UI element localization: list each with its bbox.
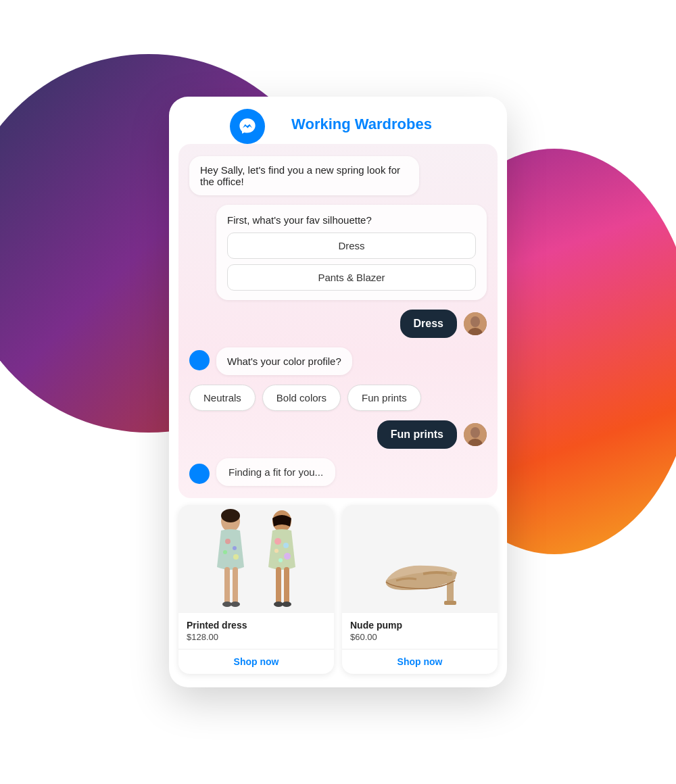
silhouette-question: First, what's your fav silhouette? — [227, 214, 476, 226]
user-avatar — [464, 312, 487, 335]
pill-bold-colors[interactable]: Bold colors — [262, 385, 341, 411]
svg-point-11 — [233, 554, 239, 560]
chat-area: Hey Sally, let's find you a new spring l… — [178, 144, 498, 498]
svg-point-4 — [470, 427, 480, 438]
svg-point-7 — [221, 509, 240, 522]
product-info-pump: Nude pump $60.00 — [342, 613, 498, 642]
user-reply-fun-prints: Fun prints — [189, 420, 487, 449]
user-bubble-dress: Dress — [400, 310, 457, 338]
svg-point-8 — [225, 539, 231, 544]
shop-now-dress[interactable]: Shop now — [178, 649, 334, 674]
product-name-dress: Printed dress — [187, 620, 326, 631]
svg-rect-28 — [447, 572, 452, 576]
svg-point-18 — [283, 543, 289, 548]
product-card-pump: Nude pump $60.00 Shop now — [342, 505, 498, 674]
shop-now-pump[interactable]: Shop now — [342, 649, 498, 674]
svg-rect-23 — [284, 567, 289, 604]
svg-point-17 — [274, 538, 281, 545]
option-pants-blazer[interactable]: Pants & Blazer — [227, 264, 476, 291]
option-dress[interactable]: Dress — [227, 232, 476, 259]
finding-bubble: Finding a fit for you... — [216, 458, 335, 486]
svg-rect-12 — [224, 567, 230, 604]
product-row: Printed dress $128.00 Shop now — [178, 505, 498, 674]
svg-point-24 — [274, 602, 283, 607]
svg-point-15 — [231, 602, 240, 607]
svg-point-19 — [274, 549, 279, 553]
product-image-pump — [342, 505, 498, 613]
product-price-pump: $60.00 — [350, 632, 489, 642]
svg-rect-13 — [233, 567, 238, 604]
greeting-message: Hey Sally, let's find you a new spring l… — [189, 156, 487, 195]
svg-point-25 — [282, 602, 291, 607]
product-card-dress: Printed dress $128.00 Shop now — [178, 505, 334, 674]
product-image-dress — [178, 505, 334, 613]
header-title: Working Wardrobes — [291, 116, 432, 132]
pill-fun-prints[interactable]: Fun prints — [347, 385, 421, 411]
svg-rect-22 — [276, 567, 281, 604]
color-question-bubble: What's your color profile? — [216, 347, 352, 375]
user-reply-dress: Dress — [189, 310, 487, 338]
silhouette-options-block: First, what's your fav silhouette? Dress… — [216, 205, 487, 300]
user-avatar-2 — [464, 423, 487, 446]
avatar-image — [464, 312, 487, 335]
pill-neutrals[interactable]: Neutrals — [189, 385, 256, 411]
svg-point-20 — [284, 553, 291, 560]
greeting-bubble: Hey Sally, let's find you a new spring l… — [189, 156, 419, 195]
svg-point-14 — [222, 602, 232, 607]
bot-dot-color — [189, 350, 210, 370]
finding-fit-wrap: Finding a fit for you... — [189, 458, 487, 486]
scene: Working Wardrobes Hey Sally, let's find … — [0, 0, 676, 784]
color-question-wrap: What's your color profile? — [189, 347, 487, 375]
svg-point-10 — [223, 550, 227, 554]
messenger-icon — [230, 109, 265, 144]
svg-rect-27 — [444, 601, 456, 605]
svg-point-21 — [279, 558, 283, 562]
svg-point-9 — [233, 546, 237, 550]
bot-dot-finding — [189, 464, 210, 484]
product-price-dress: $128.00 — [187, 632, 326, 642]
avatar-image-2 — [464, 423, 487, 446]
user-bubble-fun-prints: Fun prints — [377, 420, 457, 449]
product-info-dress: Printed dress $128.00 — [178, 613, 334, 642]
product-name-pump: Nude pump — [350, 620, 489, 631]
header: Working Wardrobes — [169, 97, 507, 144]
color-pills: Neutrals Bold colors Fun prints — [189, 385, 487, 411]
phone-card: Working Wardrobes Hey Sally, let's find … — [169, 97, 507, 687]
svg-point-1 — [470, 316, 480, 327]
